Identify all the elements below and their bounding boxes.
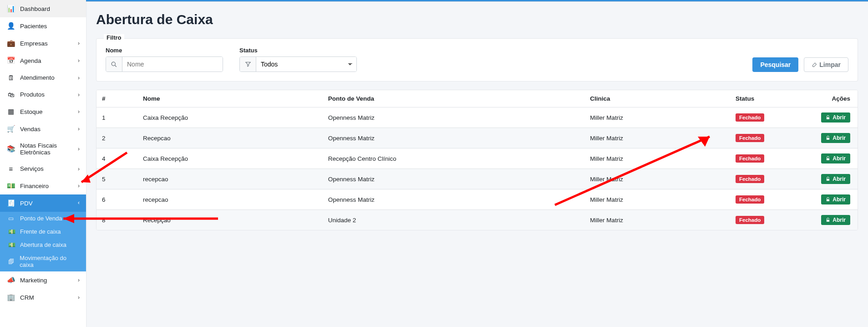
- sidebar-subitem[interactable]: ▭Ponto de Venda: [0, 212, 86, 225]
- col-status: Status: [730, 90, 780, 107]
- sidebar-item[interactable]: 📅Agenda›: [0, 52, 86, 69]
- sidebar-item-label: Agenda: [20, 57, 78, 64]
- sidebar-item[interactable]: 📚Notas Fiscais Eletrônicas›: [0, 138, 86, 160]
- sidebar-subitem-label: Frente de caixa: [20, 228, 61, 235]
- sidebar-item-label: Vendas: [20, 126, 78, 133]
- sidebar-item[interactable]: 👤Pacientes: [0, 17, 86, 35]
- cell-id: 1: [96, 107, 137, 128]
- sidebar-item[interactable]: 📊Dashboard: [0, 0, 86, 17]
- open-button[interactable]: Abrir: [821, 133, 850, 143]
- sidebar-item[interactable]: ▦Estoque›: [0, 103, 86, 120]
- chevron-right-icon: ›: [78, 75, 80, 81]
- cell-clinica: Miller Matriz: [584, 189, 730, 210]
- nav-icon: 📣: [6, 276, 15, 284]
- cell-actions: Abrir: [780, 210, 858, 230]
- open-button[interactable]: Abrir: [821, 153, 850, 164]
- sidebar-item[interactable]: 🏢CRM›: [0, 289, 86, 306]
- sidebar-item-label: Financeiro: [20, 183, 78, 189]
- status-badge: Fechado: [736, 134, 764, 142]
- unlock-icon: [826, 156, 830, 161]
- cell-id: 6: [96, 189, 137, 210]
- nav-icon: 🛍: [6, 91, 15, 98]
- chevron-right-icon: ›: [78, 57, 80, 64]
- sidebar-item[interactable]: 🛍Produtos›: [0, 86, 86, 103]
- open-button[interactable]: Abrir: [821, 112, 850, 123]
- table-header-row: # Nome Ponto de Venda Clinica Status Açõ…: [96, 90, 858, 107]
- chevron-right-icon: ›: [78, 108, 80, 115]
- table-row: 2RecepcaoOpenness MatrizMiller MatrizFec…: [96, 128, 858, 148]
- cell-nome: recepcao: [137, 189, 323, 210]
- cell-clinica: Miller Matriz: [584, 210, 730, 230]
- sub-icon: ▭: [8, 215, 16, 222]
- sidebar-item-label: Marketing: [20, 277, 78, 284]
- chevron-right-icon: ›: [78, 277, 80, 283]
- sidebar-item[interactable]: 💼Empresas›: [0, 35, 86, 52]
- col-id: #: [96, 90, 137, 107]
- svg-rect-6: [827, 199, 829, 201]
- filter-name-label: Nome: [106, 47, 223, 54]
- sidebar-subitem-label: Ponto de Venda: [20, 215, 62, 222]
- cell-actions: Abrir: [780, 107, 858, 128]
- sidebar-item[interactable]: 🛒Vendas›: [0, 120, 86, 138]
- eraser-icon: [812, 62, 817, 67]
- cell-id: 2: [96, 128, 137, 148]
- open-button[interactable]: Abrir: [821, 194, 850, 204]
- filter-legend: Filtro: [104, 34, 124, 41]
- unlock-icon: [826, 218, 830, 222]
- svg-rect-2: [827, 117, 829, 119]
- svg-line-1: [115, 65, 117, 66]
- chevron-right-icon: ›: [78, 146, 80, 152]
- sidebar-item-label: Estoque: [20, 108, 78, 115]
- nav-icon: 📅: [6, 56, 15, 65]
- table-row: 4Caixa RecepçãoRecepção Centro ClínicoMi…: [96, 148, 858, 169]
- cell-status: Fechado: [730, 210, 780, 230]
- sidebar-item-label: CRM: [20, 294, 78, 301]
- open-button[interactable]: Abrir: [821, 215, 850, 225]
- chevron-right-icon: ›: [78, 166, 80, 172]
- unlock-icon: [826, 136, 830, 140]
- sub-icon: 💵: [8, 241, 16, 248]
- cell-nome: recepcao: [137, 169, 323, 189]
- cell-id: 4: [96, 148, 137, 169]
- sidebar-item[interactable]: 📣Marketing›: [0, 271, 86, 289]
- sidebar-subitem[interactable]: 🗐Movimentação do caixa: [0, 251, 86, 271]
- sidebar-item-label: Serviços: [20, 165, 78, 172]
- sidebar-subitem[interactable]: 💵Abertura de caixa: [0, 238, 86, 251]
- table-row: 5recepcaoOpenness MatrizMiller MatrizFec…: [96, 169, 858, 189]
- nav-icon: 🏢: [6, 293, 15, 301]
- top-accent-bar: [86, 0, 868, 2]
- search-button[interactable]: Pesquisar: [752, 57, 798, 72]
- status-badge: Fechado: [736, 175, 764, 183]
- cell-status: Fechado: [730, 189, 780, 210]
- filter-panel: Filtro Nome Status Todos: [96, 38, 858, 82]
- sidebar-item[interactable]: 💵Financeiro›: [0, 177, 86, 194]
- cashbox-table: # Nome Ponto de Venda Clinica Status Açõ…: [96, 90, 858, 230]
- sidebar-item[interactable]: 🗓Atendimento›: [0, 69, 86, 86]
- sidebar-item[interactable]: ≡Serviços›: [0, 160, 86, 177]
- filter-name-input[interactable]: [122, 57, 223, 72]
- nav-icon: 🛒: [6, 125, 15, 133]
- chevron-right-icon: ›: [78, 40, 80, 46]
- chevron-right-icon: ›: [78, 126, 80, 132]
- cell-actions: Abrir: [780, 169, 858, 189]
- open-button[interactable]: Abrir: [821, 174, 850, 184]
- clear-button[interactable]: Limpar: [804, 57, 848, 72]
- chevron-right-icon: ›: [78, 294, 80, 301]
- nav-icon: 👤: [6, 22, 15, 30]
- chevron-right-icon: ›: [78, 92, 80, 98]
- sidebar-item-label: Atendimento: [20, 74, 78, 81]
- cell-status: Fechado: [730, 148, 780, 169]
- sidebar-subitem[interactable]: 💵Frente de caixa: [0, 225, 86, 238]
- cell-nome: Recepção: [137, 210, 323, 230]
- col-pdv: Ponto de Venda: [323, 90, 584, 107]
- cell-status: Fechado: [730, 128, 780, 148]
- cell-pdv: Openness Matriz: [323, 107, 584, 128]
- filter-status-select[interactable]: Todos: [256, 57, 356, 72]
- cell-clinica: Miller Matriz: [584, 169, 730, 189]
- svg-rect-5: [827, 179, 829, 180]
- nav-icon: ≡: [6, 165, 15, 173]
- sidebar-item-pdv[interactable]: 🧾 PDV ›: [0, 194, 86, 212]
- sidebar-item-label: Produtos: [20, 91, 78, 98]
- nav-icon: 🗓: [6, 74, 15, 82]
- sidebar-item-label: Notas Fiscais Eletrônicas: [20, 142, 78, 156]
